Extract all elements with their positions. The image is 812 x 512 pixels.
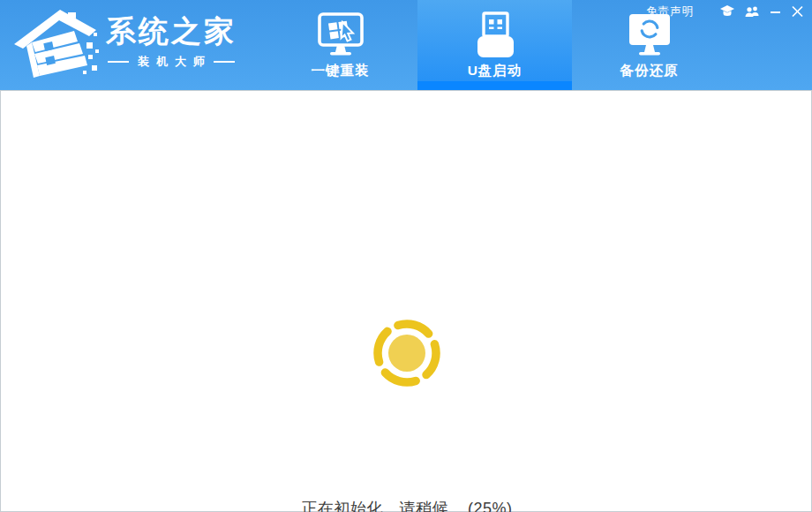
monitor-windows-cursor-icon	[315, 11, 366, 60]
logo-subtitle: 装机大师	[129, 54, 214, 70]
header-bar: 系统之家 装机大师	[0, 0, 812, 90]
subtitle-left-dash	[108, 61, 129, 63]
tab-label: 一键重装	[312, 62, 370, 80]
house-pixels-icon	[12, 4, 102, 85]
disclaimer-link[interactable]: 免责声明	[646, 4, 694, 19]
titlebar-controls: 免责声明	[646, 4, 803, 19]
tab-usb-boot[interactable]: U盘启动	[417, 0, 572, 90]
app-logo: 系统之家 装机大师	[12, 4, 237, 85]
logo-text-block: 系统之家 装机大师	[106, 16, 237, 70]
status-text: 正在初始化，请稍候... (25%)	[1, 498, 812, 512]
logo-title: 系统之家	[106, 16, 237, 46]
loading-spinner-icon	[372, 319, 441, 388]
main-content: 正在初始化，请稍候... (25%)	[0, 90, 812, 512]
app-window: 系统之家 装机大师	[0, 0, 812, 512]
tab-label: U盘启动	[468, 62, 523, 80]
close-icon[interactable]	[792, 5, 803, 18]
tab-label: 备份还原	[620, 62, 679, 80]
users-icon[interactable]	[745, 5, 760, 18]
usb-drive-icon	[470, 11, 521, 60]
subtitle-right-dash	[214, 61, 235, 63]
graduation-cap-icon[interactable]	[720, 5, 734, 18]
tab-one-key-reinstall[interactable]: 一键重装	[263, 0, 417, 90]
logo-subtitle-row: 装机大师	[106, 54, 237, 70]
minimize-icon[interactable]	[771, 5, 781, 18]
